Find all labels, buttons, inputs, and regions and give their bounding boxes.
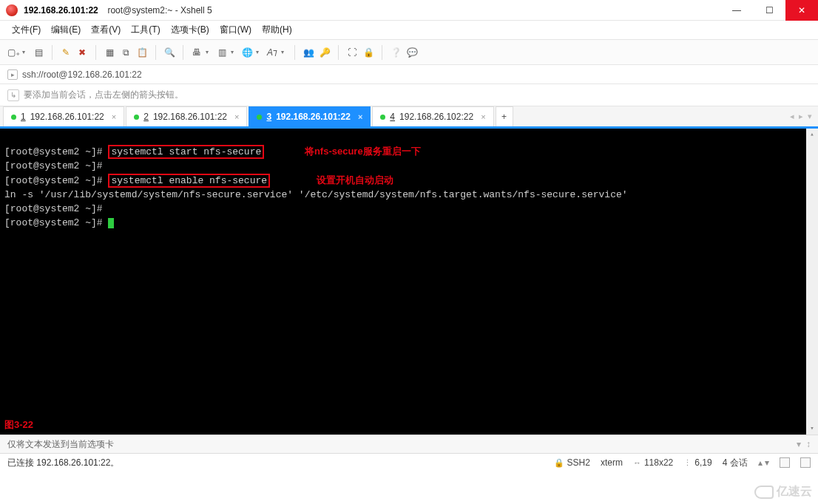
properties-button[interactable]: ▦ [102,45,117,60]
title-host: 192.168.26.101:22 [24,5,98,16]
font-icon: A⁊ [265,45,280,60]
maximize-button[interactable]: ☐ [753,0,785,21]
scroll-down-icon[interactable]: ▾ [806,423,818,435]
find-button[interactable]: 🔍 [162,45,177,60]
key-button[interactable]: 🔑 [317,45,332,60]
encoding-button[interactable]: 🌐▾ [240,45,263,60]
status-updown: ▴ ▾ [758,457,769,468]
highlighted-command-2: systemctl enable nfs-secure [108,174,270,188]
close-button[interactable]: ✕ [785,0,818,21]
status-dot-icon [134,115,139,120]
app-icon [6,4,18,16]
terminal-pane[interactable]: [root@system2 ~]# systemctl start nfs-se… [0,129,818,435]
new-session-icon: ▢₊ [6,45,21,60]
menu-bar: 文件(F) 编辑(E) 查看(V) 工具(T) 选项卡(B) 窗口(W) 帮助(… [0,21,818,40]
session-icon[interactable]: ▸ [7,69,18,80]
tab-4[interactable]: 4192.168.26.102:22× [372,106,493,126]
hint-arrow-icon[interactable]: ↳ [7,89,19,101]
color-scheme-button[interactable]: ▥▾ [214,45,238,60]
shell-prompt: [root@system2 ~]# [4,175,103,186]
terminal-cursor [108,218,114,228]
tab-nav-menu-icon[interactable]: ▾ [808,112,812,121]
tab-1[interactable]: 1192.168.26.101:22× [3,106,124,126]
shell-prompt: [root@system2 ~]# [4,217,103,228]
globe-icon: 🌐 [240,45,254,60]
watermark-icon [754,486,774,499]
title-session: root@system2:~ - Xshell 5 [103,5,212,16]
tab-nav-right-icon[interactable]: ▸ [799,112,803,121]
menu-window[interactable]: 窗口(W) [215,21,256,39]
feedback-button[interactable]: 💬 [405,45,419,60]
figure-label: 图3-22 [4,418,33,432]
menu-file[interactable]: 文件(F) [7,21,45,39]
users-button[interactable]: 👥 [301,45,316,60]
menu-help[interactable]: 帮助(H) [257,21,297,39]
tab-label: 192.168.26.102:22 [399,112,473,122]
tab-label: 192.168.26.101:22 [153,112,227,122]
tab-number: 1 [21,112,26,122]
tab-nav-left-icon[interactable]: ◂ [790,112,794,121]
tab-label: 192.168.26.101:22 [30,112,104,122]
send-mode-text: 仅将文本发送到当前选项卡 [7,438,114,451]
palette-icon: ▥ [214,45,229,60]
address-bar: ▸ ssh://root@192.168.26.101:22 [0,65,818,84]
paste-button[interactable]: 📋 [135,45,149,60]
status-dot-icon [257,115,262,120]
menu-edit[interactable]: 编辑(E) [47,21,85,39]
send-mode-menu-icon[interactable]: ▾ ↕ [797,439,811,449]
title-bar: 192.168.26.101:22 root@system2:~ - Xshel… [0,0,818,21]
tab-close-icon[interactable]: × [234,112,239,121]
print-button[interactable]: 🖶▾ [189,45,213,60]
lock-button[interactable]: 🔒 [361,45,376,60]
shell-prompt: [root@system2 ~]# [4,146,103,157]
disconnect-button[interactable]: ✖ [75,45,89,60]
watermark-text: 亿速云 [777,484,812,500]
new-session-button[interactable]: ▢₊▾ [6,45,30,60]
send-mode-bar[interactable]: 仅将文本发送到当前选项卡 ▾ ↕ [0,435,818,454]
tab-add-button[interactable]: + [496,106,513,126]
position-icon: ⋮ [683,458,692,468]
address-text[interactable]: ssh://root@192.168.26.101:22 [22,69,142,80]
menu-tab[interactable]: 选项卡(B) [166,21,214,39]
fullscreen-button[interactable]: ⛶ [345,45,359,60]
tab-nav: ◂ ▸ ▾ [790,106,818,126]
tab-3[interactable]: 3192.168.26.101:22× [249,106,371,126]
status-terminal-type: xterm [601,457,623,468]
terminal-scrollbar[interactable]: ▴ ▾ [806,129,818,435]
tab-number: 4 [390,112,395,122]
toolbar: ▢₊▾ ▤ ✎ ✖ ▦ ⧉ 📋 🔍 🖶▾ ▥▾ 🌐▾ A⁊▾ 👥 🔑 ⛶ 🔒 ❔… [0,40,818,65]
status-connection: 已连接 192.168.26.101:22。 [7,457,544,469]
status-dot-icon [380,115,385,120]
copy-button[interactable]: ⧉ [118,45,133,60]
tab-2[interactable]: 2192.168.26.101:22× [126,106,247,126]
tab-bar: 1192.168.26.101:22× 2192.168.26.101:22× … [0,106,818,129]
font-button[interactable]: A⁊▾ [265,45,288,60]
tab-close-icon[interactable]: × [358,112,362,121]
shell-prompt: [root@system2 ~]# [4,160,103,171]
annotation-1: 将nfs-secure服务重启一下 [305,146,421,157]
help-button[interactable]: ❔ [388,45,403,60]
status-sessions: 4 会话 [723,457,748,469]
lock-icon: 🔒 [554,458,564,468]
window-controls: — ☐ ✕ [720,0,818,21]
menu-view[interactable]: 查看(V) [87,21,125,39]
menu-tools[interactable]: 工具(T) [126,21,164,39]
scroll-up-icon[interactable]: ▴ [806,129,818,140]
status-bar: 已连接 192.168.26.101:22。 🔒SSH2 xterm ↔118x… [0,454,818,471]
printer-icon: 🖶 [189,45,204,60]
status-dot-icon [11,115,16,120]
tab-label: 192.168.26.101:22 [276,112,351,122]
status-protocol: 🔒SSH2 [554,457,590,468]
shell-prompt: [root@system2 ~]# [4,203,103,214]
open-button[interactable]: ▤ [31,45,46,60]
highlighted-command-1: systemctl start nfs-secure [108,145,264,159]
tab-number: 3 [266,112,271,122]
tab-close-icon[interactable]: × [481,112,485,121]
hint-bar: ↳ 要添加当前会话，点击左侧的箭头按钮。 [0,84,818,106]
tab-number: 2 [143,112,149,122]
minimize-button[interactable]: — [720,0,753,21]
tab-close-icon[interactable]: × [112,112,116,121]
caps-indicator [780,457,790,468]
reconnect-button[interactable]: ✎ [58,45,73,60]
command-output: ln -s '/usr/lib/systemd/system/nfs-secur… [4,189,628,200]
